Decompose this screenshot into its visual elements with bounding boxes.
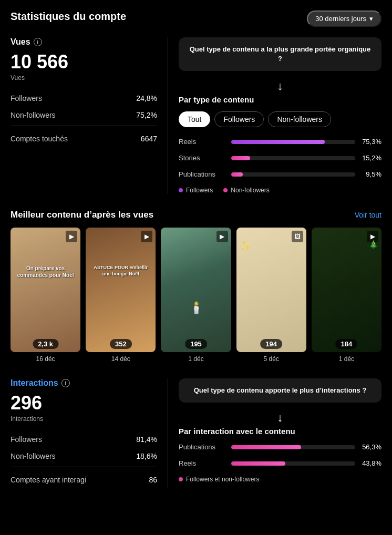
best-content-header: Meilleur contenu d’après les vues Voir t… <box>11 210 381 220</box>
thumbnails-row: ▶ On prépare vos commandes pour Noël 2,3… <box>11 228 381 363</box>
interactions-info-icon[interactable]: i <box>61 379 70 387</box>
legend-label-nonfollowers: Non-followers <box>231 187 269 194</box>
interactions-big-number: 296 <box>11 392 157 414</box>
reel-icon-2: ▶ <box>216 231 228 242</box>
views-nonfollowers-row: Non-followers 75,2% <box>11 107 157 124</box>
int-bar-row-publications: Publications 56,3% <box>179 443 381 451</box>
comptes-touches-row: Comptes touchés 6647 <box>11 130 157 147</box>
int-legend: Followers et non-followers <box>179 476 381 483</box>
thumb-img-2[interactable]: ▶ 🕯️ 195 <box>161 228 231 352</box>
interaction-type-panel: Quel type de contenu apporte le plus d’i… <box>168 378 381 488</box>
legend-dot-followers <box>179 188 183 192</box>
int-bar-row-reels: Reels 43,8% <box>179 459 381 467</box>
bar-row-publications: Publications 9,5% <box>179 170 381 178</box>
thumb-text-0: On prépare vos commandes pour Noël <box>14 265 77 279</box>
reel-icon-3: 🖼 <box>292 231 303 242</box>
views-followers-label: Followers <box>11 94 42 102</box>
content-tip-text: Quel type de contenu a la plus grande po… <box>190 45 371 63</box>
best-content-section: Meilleur contenu d’après les vues Voir t… <box>11 210 381 363</box>
voir-tout-link[interactable]: Voir tout <box>355 211 381 219</box>
bar-label-publications: Publications <box>179 170 226 178</box>
int-nonfollowers-row: Non-followers 18,6% <box>11 448 157 465</box>
filter-tab-nonfollowers[interactable]: Non-followers <box>268 111 331 127</box>
views-big-number-label: Vues <box>11 74 157 81</box>
chart-section-title: Par type de contenu <box>179 95 381 104</box>
int-nonfollowers-value: 18,6% <box>136 452 157 460</box>
thumb-date-3: 5 déc <box>264 355 279 363</box>
reel-icon-0: ▶ <box>66 231 77 242</box>
comptes-interagi-value: 86 <box>149 476 157 484</box>
int-followers-value: 81,4% <box>136 435 157 444</box>
thumb-img-0[interactable]: ▶ On prépare vos commandes pour Noël 2,3… <box>11 228 80 352</box>
arrow-down-icon-2: ↓ <box>179 411 381 425</box>
interactions-big-number-label: Interactions <box>11 415 157 423</box>
int-nonfollowers-label: Non-followers <box>11 452 56 460</box>
thumb-img-1[interactable]: ▶ ASTUCE POUR embellir une bougie Noël 3… <box>86 228 156 352</box>
thumb-count-4: 184 <box>336 339 358 349</box>
interactions-left-panel: Interactions i 296 Interactions Follower… <box>11 378 168 488</box>
filter-tab-tout[interactable]: Tout <box>179 111 210 127</box>
bar-track-stories <box>231 156 355 160</box>
comptes-touches-value: 6647 <box>141 135 157 143</box>
views-nonfollowers-value: 75,2% <box>136 111 157 119</box>
int-bar-fill-publications <box>231 445 301 449</box>
comptes-interagi-row: Comptes ayant interagi 86 <box>11 471 157 488</box>
interactions-label: Interactions <box>11 378 58 388</box>
thumb-count-2: 195 <box>185 339 207 349</box>
interaction-tip-bubble: Quel type de contenu apporte le plus d’i… <box>179 378 381 403</box>
chevron-down-icon: ▾ <box>369 15 373 23</box>
bar-fill-stories <box>231 156 250 160</box>
legend-nonfollowers: Non-followers <box>223 187 269 194</box>
reel-icon-1: ▶ <box>141 231 152 242</box>
thumb-item-3: 🖼 ✨ 194 5 déc <box>236 228 306 363</box>
thumb-count-0: 2,3 k <box>33 339 58 349</box>
legend-dot-nonfollowers <box>223 188 228 192</box>
int-bar-pct-publications: 56,3% <box>360 443 381 451</box>
page-title: Statistiques du compte <box>11 11 126 23</box>
bar-row-reels: Reels 75,3% <box>179 138 381 146</box>
thumb-date-0: 16 déc <box>36 355 55 363</box>
filter-tabs: Tout Followers Non-followers <box>179 111 381 127</box>
date-selector-label: 30 derniers jours <box>315 15 366 23</box>
thumb-img-3[interactable]: 🖼 ✨ 194 <box>236 228 306 352</box>
views-nonfollowers-label: Non-followers <box>11 111 56 119</box>
int-followers-label: Followers <box>11 435 42 444</box>
bar-row-stories: Stories 15,2% <box>179 154 381 162</box>
comptes-touches-label: Comptes touchés <box>11 135 68 143</box>
thumb-img-4[interactable]: ▶ 🎄 184 <box>312 228 381 352</box>
interaction-tip-text: Quel type de contenu apporte le plus d’i… <box>194 386 367 394</box>
bar-label-stories: Stories <box>179 154 226 162</box>
thumb-item-1: ▶ ASTUCE POUR embellir une bougie Noël 3… <box>86 228 156 363</box>
int-legend-dot <box>179 477 183 481</box>
views-section-label: Vues <box>11 37 30 47</box>
int-bar-fill-reels <box>231 461 285 466</box>
legend-label-followers: Followers <box>186 187 213 194</box>
arrow-down-icon: ↓ <box>179 79 381 93</box>
thumb-date-2: 1 déc <box>188 355 203 363</box>
best-content-title: Meilleur contenu d’après les vues <box>11 210 153 220</box>
bar-track-reels <box>231 140 355 144</box>
thumb-count-3: 194 <box>260 339 282 349</box>
content-tip-bubble: Quel type de contenu a la plus grande po… <box>179 37 381 71</box>
views-info-icon[interactable]: i <box>34 38 42 46</box>
comptes-interagi-label: Comptes ayant interagi <box>11 476 86 484</box>
chart-legend: Followers Non-followers <box>179 187 381 194</box>
thumb-item-2: ▶ 🕯️ 195 1 déc <box>161 228 231 363</box>
thumb-date-1: 14 déc <box>111 355 130 363</box>
interactions-section: Interactions i 296 Interactions Follower… <box>11 378 381 488</box>
views-followers-row: Followers 24,8% <box>11 90 157 107</box>
bar-track-publications <box>231 172 355 177</box>
filter-tab-followers[interactable]: Followers <box>214 111 264 127</box>
int-bar-track-reels <box>231 461 355 466</box>
thumb-count-1: 352 <box>110 339 132 349</box>
bar-pct-publications: 9,5% <box>360 170 381 178</box>
thumb-item-4: ▶ 🎄 184 1 déc <box>312 228 381 363</box>
views-followers-value: 24,8% <box>136 94 157 102</box>
thumb-date-4: 1 déc <box>339 355 354 363</box>
date-selector-button[interactable]: 30 derniers jours ▾ <box>307 11 381 27</box>
stars-decor-3: ✨ <box>240 240 251 252</box>
int-divider <box>11 467 157 467</box>
views-big-number: 10 566 <box>11 51 157 73</box>
views-divider <box>11 126 157 126</box>
bar-fill-publications <box>231 172 243 177</box>
